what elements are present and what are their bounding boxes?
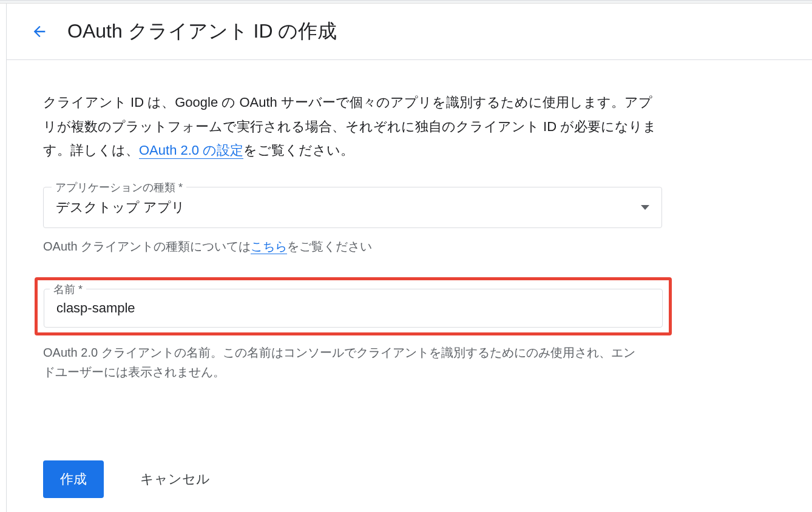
app-type-helper-link[interactable]: こちら (251, 240, 287, 254)
button-row: 作成 キャンセル (43, 460, 776, 498)
name-input[interactable] (56, 300, 650, 316)
app-type-value: デスクトップ アプリ (56, 198, 185, 217)
name-highlight-box: 名前 * (35, 277, 672, 335)
name-input-wrapper (44, 289, 663, 328)
oauth-setup-link[interactable]: OAuth 2.0 の設定 (139, 143, 243, 159)
page-title: OAuth クライアント ID の作成 (67, 18, 337, 45)
description-part2: をご覧ください。 (243, 143, 354, 158)
create-button[interactable]: 作成 (43, 460, 104, 498)
chevron-down-icon (641, 205, 649, 210)
name-helper: OAuth 2.0 クライアントの名前。この名前はコンソールでクライアントを識別… (43, 343, 638, 382)
app-type-label: アプリケーションの種類 * (52, 180, 186, 195)
app-type-helper-part1: OAuth クライアントの種類については (43, 240, 251, 253)
cancel-button[interactable]: キャンセル (128, 460, 222, 498)
app-type-helper-part2: をご覧ください (287, 240, 372, 253)
name-group: 名前 * (41, 289, 665, 328)
app-type-group: アプリケーションの種類 * デスクトップ アプリ (43, 187, 776, 228)
arrow-left-icon (31, 23, 48, 40)
back-button[interactable] (31, 23, 48, 40)
name-label: 名前 * (50, 282, 86, 297)
description-text: クライアント ID は、Google の OAuth サーバーで個々のアプリを識… (43, 90, 662, 163)
page-header: OAuth クライアント ID の作成 (6, 4, 812, 60)
app-type-helper: OAuth クライアントの種類についてはこちらをご覧ください (43, 237, 776, 256)
main-content: クライアント ID は、Google の OAuth サーバーで個々のアプリを識… (6, 60, 812, 512)
